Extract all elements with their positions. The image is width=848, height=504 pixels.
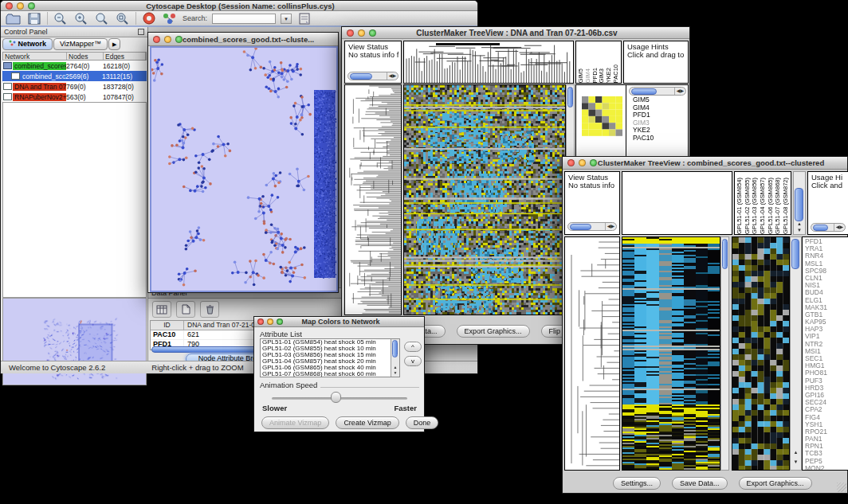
create-attribute-button[interactable] (176, 301, 195, 318)
open-folder-icon[interactable] (6, 12, 22, 25)
move-up-button[interactable]: ^ (404, 342, 422, 352)
dialog-button[interactable]: Create Vizmap (336, 416, 398, 429)
scrollbar-thumb[interactable] (570, 224, 591, 230)
usage-hints-text: Click and drag to (624, 51, 688, 59)
usage-hints-hscrollbar[interactable]: ◀▶ (811, 223, 846, 232)
scrollbar-thumb[interactable] (722, 239, 728, 269)
summary-heatmap-canvas[interactable] (582, 96, 622, 136)
scroll-down-arrow[interactable]: ▼ (791, 459, 801, 465)
column-dendrogram-pane (403, 41, 574, 84)
zoom-actual-icon[interactable] (94, 12, 110, 25)
scroll-arrows[interactable]: ◀▶ (605, 223, 616, 230)
zoom-button[interactable] (277, 318, 283, 325)
annotation-icon[interactable] (296, 12, 312, 25)
move-down-button[interactable]: v (404, 356, 422, 366)
attribute-list[interactable]: GPL51-01 (GSM854) heat shock 05 minGPL51… (260, 338, 400, 377)
search-dropdown-button[interactable]: ▼ (281, 14, 292, 24)
view-status-hscrollbar[interactable]: ◀▶ (567, 222, 617, 231)
close-button[interactable] (153, 36, 160, 43)
heatmap-vscrollbar[interactable] (720, 236, 729, 471)
treeview-button[interactable]: Settings... (613, 477, 661, 490)
column-dendrogram-canvas[interactable] (404, 41, 573, 83)
minimize-button[interactable] (17, 2, 24, 10)
scrollbar-thumb[interactable] (813, 225, 828, 231)
minimize-button[interactable] (358, 29, 365, 37)
heatmap-canvas[interactable] (404, 85, 565, 315)
network-list-row[interactable]: combined_sco 2569(6) 13112(15) (2, 71, 147, 81)
control-panel-tabs: Network VizMapper™ ▶ (2, 38, 120, 50)
network-view-titlebar[interactable]: combined_scores_good.txt--cluste... (148, 33, 338, 46)
dialog-button[interactable]: Animate Vizmap (261, 416, 329, 429)
treeview-button[interactable]: Save Data... (672, 477, 728, 490)
close-button[interactable] (6, 2, 13, 10)
heatmap-canvas[interactable] (622, 237, 720, 470)
view-status-hscrollbar[interactable]: ◀▶ (347, 72, 398, 80)
minimize-button[interactable] (579, 159, 586, 166)
dialog-titlebar[interactable]: Map Colors to Network (254, 317, 424, 327)
save-icon[interactable] (26, 12, 42, 25)
zoom-vscrollbar[interactable]: ▲ ▼ (790, 236, 802, 471)
close-button[interactable] (257, 318, 264, 325)
scroll-arrows[interactable]: ◀▶ (674, 88, 685, 95)
network-list-row[interactable]: RNAPuberNov2+ 563(0) 107847(0) (2, 92, 147, 102)
row-dendrogram-canvas[interactable] (565, 237, 619, 470)
scroll-up-arrow[interactable]: ▲ (794, 221, 805, 227)
zoom-out-icon[interactable] (53, 12, 69, 25)
scrollbar-thumb[interactable] (791, 239, 799, 269)
minimize-button[interactable] (267, 318, 273, 325)
column-labels-vscrollbar[interactable]: ▲ ▼ (793, 171, 806, 235)
treeview-combined-titlebar[interactable]: ClusterMaker TreeView : combined_scores_… (563, 157, 847, 170)
network-list-row[interactable]: DNA and Tran 07 769(0) 183728(0) (2, 81, 147, 92)
treeview-dna-titlebar[interactable]: ClusterMaker TreeView : DNA and Tran 07-… (342, 27, 689, 39)
dialog-button[interactable]: Done (406, 416, 439, 429)
scrollbar-thumb[interactable] (631, 88, 657, 95)
column-edges: Edges (104, 53, 146, 60)
vizmap-nodes-icon[interactable] (162, 12, 178, 25)
minimize-button[interactable] (164, 36, 171, 43)
zoom-button[interactable] (590, 159, 597, 166)
zoom-in-icon[interactable] (73, 12, 89, 25)
network-view-canvas[interactable] (151, 48, 336, 291)
zoom-heatmap-canvas[interactable] (732, 237, 789, 470)
float-panel-icon[interactable] (138, 29, 144, 35)
summary-hscrollbar[interactable]: ◀▶ (629, 87, 686, 96)
scroll-up-arrow[interactable]: ▲ (391, 365, 399, 370)
tab-overflow-button[interactable]: ▶ (108, 38, 120, 50)
zoom-button[interactable] (369, 29, 376, 37)
zoom-button[interactable] (28, 2, 35, 10)
zoom-fit-icon[interactable] (115, 12, 131, 25)
attribute-item[interactable]: GPL51-07 (GSM868) heat shock 60 min (262, 371, 399, 377)
animation-speed-slider-thumb[interactable] (331, 392, 341, 403)
help-ring-icon[interactable] (141, 12, 157, 25)
tab-vizmapper[interactable]: VizMapper™ (53, 38, 108, 50)
tab-network[interactable]: Network (2, 38, 53, 50)
network-list-row[interactable]: combined_scores_ 2764(0) 16218(0) (2, 61, 147, 71)
attribute-list-vscrollbar[interactable]: ▲ ▼ (391, 339, 399, 377)
gene-label: MON2 (805, 465, 848, 471)
scrollbar-thumb[interactable] (350, 73, 372, 80)
column-dendrogram-pane[interactable] (622, 171, 732, 235)
treeview-button[interactable]: Export Graphics... (739, 477, 812, 490)
column-label: GPL51-03 (GSM856) (752, 178, 758, 234)
select-attributes-button[interactable] (152, 301, 171, 318)
scroll-down-arrow[interactable]: ▼ (794, 227, 805, 233)
main-toolbar: Search: ▼ (1, 11, 477, 27)
close-button[interactable] (567, 159, 575, 166)
scroll-arrows[interactable]: ◀▶ (387, 72, 398, 80)
column-label: GPL51-04 (GSM857) (760, 178, 766, 234)
search-input[interactable] (212, 14, 276, 24)
delete-attribute-button[interactable] (200, 301, 219, 318)
treeview-combined-window: ClusterMaker TreeView : combined_scores_… (562, 156, 848, 494)
scrollbar-thumb[interactable] (795, 188, 803, 221)
scroll-arrows[interactable]: ◀▶ (834, 224, 845, 231)
close-button[interactable] (347, 29, 354, 37)
scroll-up-arrow[interactable]: ▲ (791, 449, 801, 455)
resize-grip[interactable] (837, 483, 846, 492)
scrollbar-thumb[interactable] (392, 340, 398, 357)
scrollbar-thumb[interactable] (567, 87, 573, 107)
row-dendrogram-canvas[interactable] (345, 85, 401, 315)
scroll-down-arrow[interactable]: ▼ (391, 370, 399, 376)
main-titlebar[interactable]: Cytoscape Desktop (Session Name: collins… (1, 1, 477, 11)
treeview-button[interactable]: Export Graphics... (457, 325, 530, 338)
zoom-button[interactable] (175, 36, 183, 43)
